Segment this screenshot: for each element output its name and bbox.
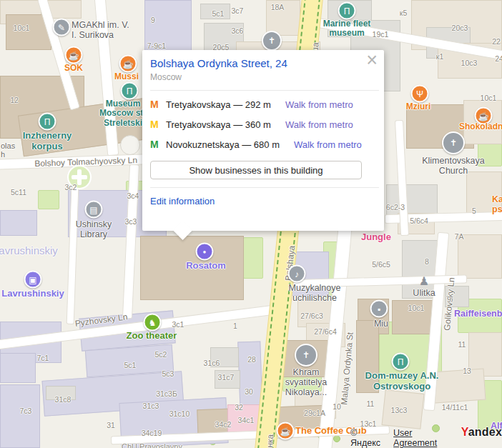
poi-mziuri-restaurant-label[interactable]: Mziuri (406, 102, 431, 111)
building-number: к5 (400, 9, 407, 17)
building-number: 10 (333, 402, 341, 411)
poi-ushinsky-library-label[interactable]: UshinskyLibrary (76, 219, 112, 239)
building-number: 9 (151, 16, 155, 24)
building-number: 7A (455, 232, 464, 241)
metro-station-distance: Novokuznetskaya — 680 m (166, 139, 280, 150)
poi-rosatom-icon[interactable]: ● (196, 243, 214, 261)
poi-klimentovskaya-church-label[interactable]: KlimentovskayaChurch (422, 156, 485, 176)
building-number: 31c6 (204, 359, 220, 367)
poi-marine-fleet-museum-label[interactable]: Marine fleetmuseum (323, 19, 371, 39)
poi-coffee-club-icon[interactable]: ☕ (277, 422, 295, 440)
building-number: 31 (107, 421, 115, 429)
poi-khram-nikolaya-label[interactable]: KhramsvyatitelyaNikolaya... (285, 367, 327, 397)
poi-zoo-theater-label[interactable]: Zoo theater (127, 331, 177, 342)
building-number: 7c3 (20, 407, 32, 415)
show-businesses-button[interactable]: Show businesses in this building (150, 161, 362, 179)
poi-lavrushinskiy-icon[interactable]: ▣ (24, 271, 42, 289)
street-label: Lavrushinskiy (0, 244, 58, 257)
building-number: 5/6c4 (410, 216, 428, 225)
building-number: 22 (492, 37, 501, 46)
street-label: нка (265, 434, 275, 448)
building-number: 24 (495, 54, 502, 63)
poi-inzhenerny-korpus-label[interactable]: Inzhenernykorpus (23, 131, 72, 151)
poi-music-college-icon[interactable]: ♪ (288, 265, 306, 283)
label-raiffeisenbank-label[interactable]: Raiffeisenbank (454, 309, 502, 319)
poi-sok-cafe-icon[interactable]: ☕ (65, 46, 83, 64)
metro-list: MTretyakovskaya — 292 mWalk from metroMT… (150, 94, 376, 154)
poi-art-academy-label[interactable]: MGAKhl im. V.I. Surikova (72, 20, 129, 40)
building (0, 210, 37, 236)
building-number: 8 (425, 257, 429, 266)
poi-church-top-icon[interactable]: ✝ (262, 31, 282, 51)
building-number: 31c3Б (156, 389, 177, 398)
building-number: 10c3 (461, 59, 478, 67)
poi-shokoladnitsa-cafe-label[interactable]: Shokoladnitsa (459, 122, 502, 131)
label-jungle-label[interactable]: Jungle (361, 232, 391, 243)
yandex-logo[interactable]: Yandex (461, 426, 502, 439)
building-number: 20c3 (452, 24, 468, 32)
poi-mussi-cafe-label[interactable]: Mussi (114, 72, 139, 81)
edit-information-link[interactable]: Edit information (150, 196, 215, 206)
poi-ostrovsky-museum-label[interactable]: Dom-muzey A.N.Ostrovskogo (365, 371, 439, 392)
building-number: 11 (458, 340, 466, 349)
poi-music-college-label[interactable]: Muzykalnoyeuchilishche (289, 283, 341, 303)
poi-miu-label[interactable]: Miu (374, 319, 388, 329)
metro-station-distance: Tretyakovskaya — 292 m (166, 99, 271, 110)
place-card-title[interactable]: Bolshaya Ordynka Street, 24 (150, 57, 365, 69)
walk-from-metro-link[interactable]: Walk from metro (294, 139, 362, 150)
building-number: 19c1 (373, 30, 389, 39)
building-number: 5c11 (11, 188, 26, 196)
building-number: 34c1 (238, 416, 255, 424)
poi-ostrovsky-museum-icon[interactable]: Π (392, 353, 410, 371)
building-number: 13 (463, 367, 471, 375)
building-number: 5c2 (155, 350, 167, 359)
metro-row: MTretyakovskaya — 292 mWalk from metro (150, 94, 376, 114)
poi-streltsy-museum-icon[interactable]: Π (121, 82, 139, 100)
building-number: 10c1 (14, 24, 30, 32)
poi-ulitka-monument-icon[interactable]: ♟ (417, 274, 432, 289)
yandex-logo-rest: andex (468, 426, 502, 438)
building-number: 1 (233, 322, 237, 330)
label-ka-psi-label[interactable]: Kapsi (492, 194, 502, 214)
poi-mussi-cafe-icon[interactable]: ☕ (119, 55, 137, 73)
poi-ulitka-monument-label[interactable]: Ulitka (413, 288, 435, 298)
poi-marine-fleet-museum-icon[interactable]: Π (338, 2, 356, 20)
courtyard-circle (120, 135, 140, 155)
walk-from-metro-link[interactable]: Walk from metro (285, 99, 353, 110)
building-number: 10c1 (408, 304, 425, 312)
poi-miu-icon[interactable]: ▪ (370, 300, 388, 318)
building-number: 34c19 (142, 429, 162, 437)
poi-klimentovskaya-church-icon[interactable]: ✝ (442, 131, 465, 154)
building-number: 31c3 (143, 402, 159, 410)
metro-line-icon: M (150, 119, 161, 130)
poi-sok-cafe-label[interactable]: SOK (64, 64, 83, 73)
user-agreement-link[interactable]: User Agreement (393, 428, 456, 448)
building-number: 3c6 (232, 26, 244, 35)
building-number: 5c1 (124, 361, 137, 369)
street-label: ChU Pravoslavny... (122, 442, 188, 448)
poi-art-academy-icon[interactable]: ✎ (53, 19, 71, 36)
metro-row: MNovokuznetskaya — 680 mWalk from metro (150, 134, 376, 154)
building-number: 14/11c1 (442, 403, 468, 412)
map-canvas[interactable]: Bolshoy Tolmachyovsky LnPyzhovsky Lnул. … (0, 0, 502, 448)
walk-from-metro-link[interactable]: Walk from metro (285, 119, 353, 130)
place-card: × Bolshaya Ordynka Street, 24 Moscow MTr… (142, 50, 384, 231)
poi-lavrushinskiy-label[interactable]: Lavrushinskiy (1, 289, 64, 299)
poi-rosatom-label[interactable]: Rosatom (186, 261, 226, 272)
building-number: 5/6c5 (372, 260, 390, 269)
yandex-logo-initial: Y (461, 426, 468, 438)
building-number: 3c1 (172, 320, 184, 329)
close-icon[interactable]: × (366, 51, 378, 70)
building-number: 6c2-3 (386, 203, 405, 211)
poi-streltsy-museum-label[interactable]: MuseumMoscow strStreletski (99, 99, 147, 128)
poi-inzhenerny-korpus-icon[interactable]: Π (39, 113, 56, 131)
poi-ushinsky-library-icon[interactable]: ▤ (85, 201, 103, 219)
poi-zoo-theater-icon[interactable]: ♞ (144, 314, 162, 332)
poi-mziuri-restaurant-icon[interactable]: Ψ (411, 85, 429, 103)
building-number: 5 (472, 206, 476, 215)
building-number: 27/6c4 (314, 327, 337, 336)
road-staromonetny (122, 164, 139, 319)
building (0, 384, 40, 448)
building-number: 31c10 (169, 409, 190, 418)
poi-khram-nikolaya-icon[interactable]: ✝ (295, 344, 318, 367)
